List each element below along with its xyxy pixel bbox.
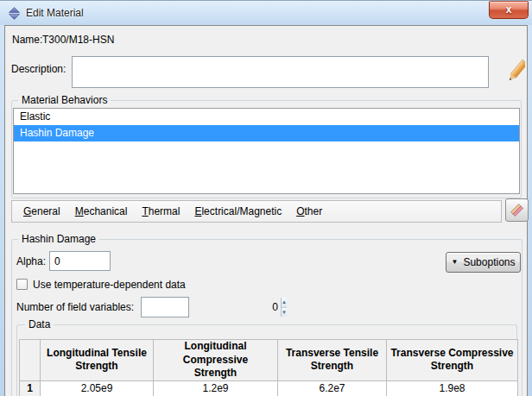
row-number-cell: 1 — [20, 380, 41, 396]
cell-long-compressive[interactable]: 1.2e9 — [154, 380, 278, 396]
col-header-trans-compressive: Transverse CompressiveStrength — [387, 340, 518, 381]
description-input[interactable] — [72, 56, 489, 88]
delete-behavior-button[interactable] — [505, 198, 529, 222]
edit-pencil-icon[interactable] — [508, 58, 525, 85]
temperature-dependent-checkbox[interactable] — [16, 279, 28, 290]
table-row: 1 2.05e9 1.2e9 6.2e7 1.9e8 — [20, 380, 518, 396]
menu-general[interactable]: General — [23, 205, 60, 217]
corner-header-cell — [20, 340, 41, 381]
suboptions-dropdown-icon: ▼ — [452, 259, 459, 266]
behavior-item-elastic[interactable]: Elastic — [14, 109, 519, 125]
field-variables-label: Number of field variables: — [16, 301, 134, 313]
titlebar[interactable]: Edit Material x — [0, 1, 532, 25]
menu-thermal[interactable]: Thermal — [142, 205, 180, 217]
hashin-damage-title: Hashin Damage — [18, 233, 99, 245]
alpha-input[interactable] — [49, 251, 111, 271]
spin-up-button[interactable]: ▲ — [282, 298, 287, 308]
behavior-list[interactable]: Elastic Hashin Damage — [13, 108, 520, 194]
suboptions-label: Suboptions — [463, 256, 515, 268]
close-button[interactable]: x — [489, 1, 529, 19]
col-header-long-compressive: Longitudinal CompressiveStrength — [154, 340, 278, 381]
cell-trans-compressive[interactable]: 1.9e8 — [387, 380, 518, 396]
menu-mechanical[interactable]: Mechanical — [75, 205, 128, 217]
name-label: Name: — [12, 34, 42, 46]
col-header-trans-tensile: Transverse TensileStrength — [278, 340, 387, 381]
menu-other[interactable]: Other — [296, 205, 322, 217]
material-behaviors-title: Material Behaviors — [18, 94, 111, 106]
description-label: Description: — [11, 63, 66, 75]
eraser-icon — [510, 203, 524, 217]
window-title: Edit Material — [26, 7, 84, 19]
field-variables-stepper: ▲ ▼ — [141, 297, 189, 317]
table-header-row: Longitudinal TensileStrength Longitudina… — [20, 340, 518, 381]
col-header-long-tensile: Longitudinal TensileStrength — [41, 340, 154, 381]
dialog-body: Name: T300/M18-HSN Description: Material… — [4, 25, 528, 396]
alpha-label: Alpha: — [16, 255, 46, 267]
field-variables-input[interactable] — [142, 298, 281, 317]
material-icon — [8, 7, 21, 20]
edit-material-dialog: Edit Material x Name: T300/M18-HSN Descr… — [0, 0, 532, 396]
suboptions-button[interactable]: ▼ Suboptions — [446, 252, 521, 273]
cell-long-tensile[interactable]: 2.05e9 — [41, 380, 154, 396]
behavior-menubar: General Mechanical Thermal Electrical/Ma… — [11, 200, 502, 223]
data-group-title: Data — [25, 318, 54, 330]
material-name-value: T300/M18-HSN — [42, 34, 114, 46]
temperature-dependent-label: Use temperature-dependent data — [33, 279, 186, 291]
spin-buttons: ▲ ▼ — [281, 298, 287, 317]
spin-down-button[interactable]: ▼ — [282, 308, 287, 317]
strength-data-table[interactable]: Longitudinal TensileStrength Longitudina… — [19, 339, 518, 396]
behavior-item-hashin-damage[interactable]: Hashin Damage — [14, 125, 519, 141]
menu-electrical-magnetic[interactable]: Electrical/Magnetic — [194, 205, 282, 217]
cell-trans-tensile[interactable]: 6.2e7 — [278, 380, 387, 396]
